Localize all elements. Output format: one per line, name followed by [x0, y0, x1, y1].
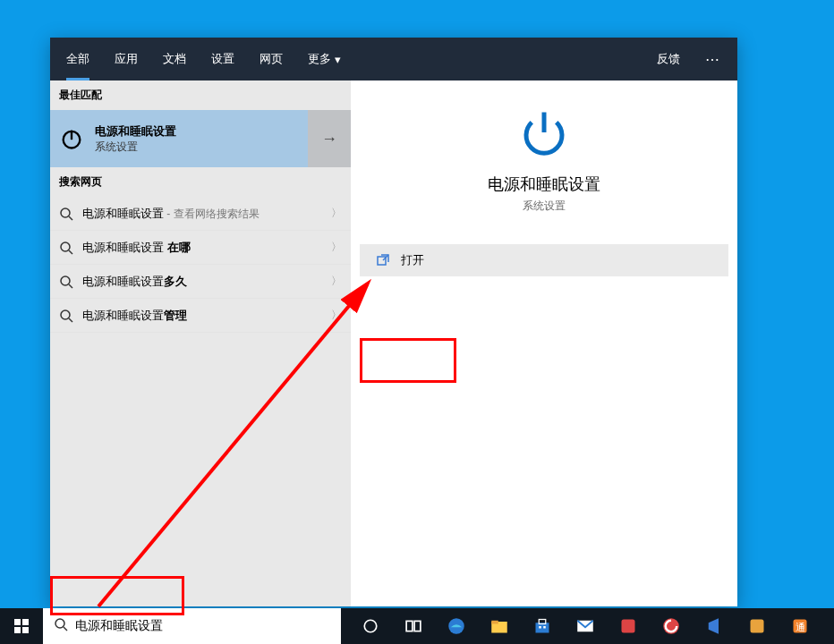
power-icon-large: [517, 106, 571, 159]
tab-apps[interactable]: 应用: [102, 38, 150, 80]
svg-rect-31: [622, 620, 635, 633]
search-icon: [59, 207, 73, 221]
app3-icon[interactable]: 通: [779, 608, 821, 644]
vscode-icon[interactable]: [694, 608, 735, 644]
ccleaner-icon[interactable]: [651, 608, 692, 644]
search-icon: [59, 309, 73, 323]
best-match-expand-button[interactable]: →: [308, 110, 351, 167]
tab-settings[interactable]: 设置: [199, 38, 247, 80]
svg-point-18: [55, 619, 64, 628]
arrow-right-icon: →: [321, 130, 337, 148]
best-match-title: 电源和睡眠设置: [95, 123, 176, 140]
svg-rect-15: [22, 619, 29, 625]
best-match-main[interactable]: 电源和睡眠设置 系统设置: [50, 110, 308, 167]
open-label: 打开: [401, 252, 424, 268]
svg-rect-21: [406, 621, 413, 631]
search-icon: [54, 617, 68, 635]
open-action[interactable]: 打开: [360, 244, 728, 276]
svg-rect-14: [14, 619, 21, 625]
tab-more[interactable]: 更多▾: [295, 38, 353, 80]
chevron-down-icon: ▾: [335, 53, 341, 66]
web-result-item[interactable]: 电源和睡眠设置 - 查看网络搜索结果 〉: [50, 197, 351, 231]
tab-all[interactable]: 全部: [54, 38, 102, 80]
annotation-highlight-open: [360, 338, 456, 383]
search-web-header: 搜索网页: [50, 167, 351, 197]
chevron-right-icon: 〉: [331, 274, 342, 289]
search-results-panel: 全部 应用 文档 设置 网页 更多▾ 反馈 ⋯ 最佳匹配 电源和睡眠设置 系统设…: [50, 38, 737, 606]
tab-docs[interactable]: 文档: [150, 38, 199, 80]
mail-icon[interactable]: [565, 608, 606, 644]
web-result-text: 电源和睡眠设置多久: [82, 274, 322, 290]
search-input[interactable]: [75, 619, 330, 633]
store-icon[interactable]: [522, 608, 563, 644]
chevron-right-icon: 〉: [331, 308, 342, 323]
svg-rect-28: [539, 626, 541, 629]
svg-rect-16: [14, 627, 21, 633]
taskbar-search-box[interactable]: [43, 608, 341, 644]
svg-point-6: [61, 276, 70, 285]
results-list: 最佳匹配 电源和睡眠设置 系统设置 → 搜索网页: [50, 80, 351, 606]
cortana-icon[interactable]: [350, 608, 391, 644]
search-icon: [59, 241, 73, 255]
svg-point-8: [61, 310, 70, 319]
svg-line-3: [69, 216, 72, 220]
result-detail-pane: 电源和睡眠设置 系统设置 打开: [351, 80, 737, 606]
start-button[interactable]: [0, 608, 43, 644]
detail-subtitle: 系统设置: [523, 199, 566, 214]
svg-rect-29: [543, 626, 546, 629]
svg-line-9: [69, 318, 72, 322]
power-icon: [59, 126, 84, 151]
web-result-item[interactable]: 电源和睡眠设置管理 〉: [50, 299, 351, 333]
edge-icon[interactable]: [436, 608, 477, 644]
svg-point-2: [61, 208, 70, 217]
task-view-icon[interactable]: [393, 608, 434, 644]
more-options-button[interactable]: ⋯: [693, 51, 734, 68]
svg-rect-33: [751, 620, 764, 633]
app1-icon[interactable]: [608, 608, 649, 644]
chevron-right-icon: 〉: [331, 240, 342, 255]
svg-line-7: [69, 284, 72, 288]
feedback-button[interactable]: 反馈: [644, 51, 693, 67]
best-match-subtitle: 系统设置: [95, 140, 176, 155]
search-icon: [59, 275, 73, 289]
tab-web[interactable]: 网页: [247, 38, 295, 80]
best-match-item: 电源和睡眠设置 系统设置 →: [50, 110, 351, 167]
web-result-item[interactable]: 电源和睡眠设置多久 〉: [50, 265, 351, 299]
search-tabs: 全部 应用 文档 设置 网页 更多▾ 反馈 ⋯: [50, 38, 737, 80]
svg-rect-22: [414, 621, 421, 631]
web-result-text: 电源和睡眠设置 在哪: [82, 240, 322, 256]
chevron-right-icon: 〉: [331, 206, 342, 221]
web-result-text: 电源和睡眠设置 - 查看网络搜索结果: [82, 206, 322, 222]
svg-rect-17: [22, 627, 29, 633]
svg-point-20: [364, 620, 377, 632]
taskbar: 通: [0, 608, 834, 644]
svg-line-5: [69, 250, 72, 254]
app2-icon[interactable]: [736, 608, 778, 644]
web-result-item[interactable]: 电源和睡眠设置 在哪 〉: [50, 231, 351, 265]
detail-title: 电源和睡眠设置: [488, 174, 600, 195]
open-icon: [376, 253, 390, 267]
explorer-icon[interactable]: [479, 608, 520, 644]
web-result-text: 电源和睡眠设置管理: [82, 308, 322, 324]
best-match-header: 最佳匹配: [50, 80, 351, 110]
svg-rect-25: [491, 621, 498, 624]
svg-line-19: [64, 627, 67, 631]
svg-point-4: [61, 242, 70, 251]
svg-text:通: 通: [796, 622, 805, 632]
